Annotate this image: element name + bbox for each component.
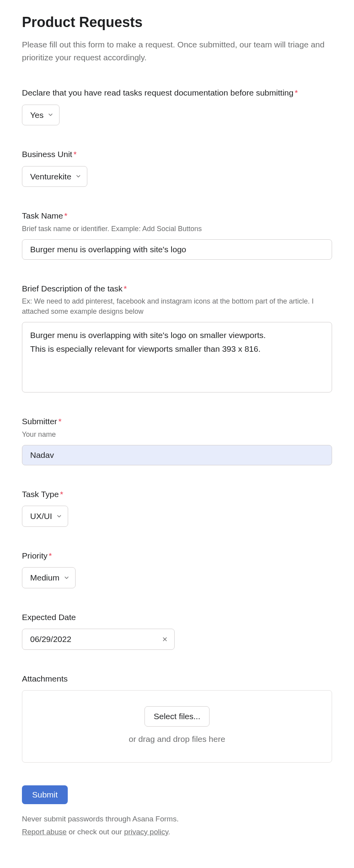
field-expected-date: Expected Date 06/29/2022: [22, 611, 332, 650]
page-title: Product Requests: [22, 12, 332, 33]
declare-value: Yes: [30, 109, 43, 121]
submitter-input[interactable]: [22, 445, 332, 465]
chevron-down-icon: [47, 112, 54, 118]
field-description: Brief Description of the task* Ex: We ne…: [22, 282, 332, 393]
attachments-label: Attachments: [22, 673, 332, 685]
required-asterisk: *: [58, 417, 61, 426]
field-submitter: Submitter* Your name: [22, 415, 332, 465]
description-label: Brief Description of the task*: [22, 282, 332, 295]
chevron-down-icon: [63, 575, 70, 581]
business-unit-value: Venturekite: [30, 170, 71, 183]
required-asterisk: *: [49, 551, 52, 560]
clear-date-button[interactable]: [162, 636, 168, 642]
expected-date-input[interactable]: 06/29/2022: [22, 629, 175, 650]
priority-label: Priority*: [22, 550, 332, 562]
expected-date-label: Expected Date: [22, 611, 332, 624]
required-asterisk: *: [73, 150, 76, 159]
field-business-unit: Business Unit* Venturekite: [22, 148, 332, 187]
privacy-policy-link[interactable]: privacy policy: [124, 828, 168, 836]
chevron-down-icon: [56, 513, 62, 519]
form-footer: Never submit passwords through Asana For…: [22, 813, 332, 838]
description-hint: Ex: We need to add pinterest, facebook a…: [22, 296, 332, 316]
expected-date-value: 06/29/2022: [30, 633, 71, 646]
required-asterisk: *: [64, 211, 67, 220]
report-abuse-link[interactable]: Report abuse: [22, 828, 67, 836]
field-task-name: Task Name* Brief task name or identifier…: [22, 210, 332, 260]
chevron-down-icon: [75, 173, 81, 179]
field-task-type: Task Type* UX/UI: [22, 488, 332, 527]
task-name-hint: Brief task name or identifier. Example: …: [22, 224, 332, 234]
declare-label: Declare that you have read tasks request…: [22, 87, 332, 99]
business-unit-select[interactable]: Venturekite: [22, 166, 87, 187]
description-textarea[interactable]: Burger menu is overlapping with site's l…: [22, 322, 332, 392]
business-unit-label: Business Unit*: [22, 148, 332, 161]
required-asterisk: *: [60, 490, 63, 499]
submitter-hint: Your name: [22, 429, 332, 439]
declare-select[interactable]: Yes: [22, 105, 60, 126]
field-attachments: Attachments Select files... or drag and …: [22, 673, 332, 763]
footer-warning: Never submit passwords through Asana For…: [22, 813, 332, 825]
field-priority: Priority* Medium: [22, 550, 332, 588]
task-type-value: UX/UI: [30, 510, 52, 523]
page-subtitle: Please fill out this form to make a requ…: [22, 38, 332, 64]
task-name-label: Task Name*: [22, 210, 332, 222]
task-type-label: Task Type*: [22, 488, 332, 501]
task-name-input[interactable]: [22, 239, 332, 260]
priority-select[interactable]: Medium: [22, 567, 76, 588]
priority-value: Medium: [30, 571, 60, 584]
submit-button[interactable]: Submit: [22, 785, 68, 804]
required-asterisk: *: [294, 88, 298, 97]
field-declare: Declare that you have read tasks request…: [22, 87, 332, 125]
required-asterisk: *: [124, 284, 127, 293]
attachments-dropzone[interactable]: Select files... or drag and drop files h…: [22, 690, 332, 763]
submitter-label: Submitter*: [22, 415, 332, 428]
attachments-hint: or drag and drop files here: [30, 733, 324, 745]
select-files-button[interactable]: Select files...: [144, 706, 209, 727]
task-type-select[interactable]: UX/UI: [22, 506, 68, 527]
